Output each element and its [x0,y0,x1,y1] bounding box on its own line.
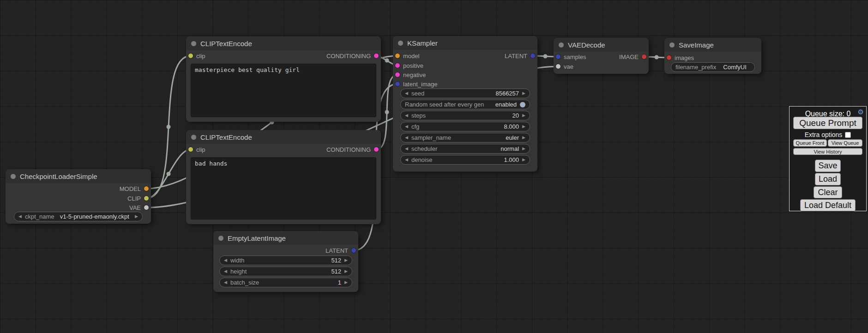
node-title-bar[interactable]: VAEDecode [554,38,649,52]
view-history-button[interactable]: View History [793,148,862,155]
clear-button[interactable]: Clear [814,186,842,198]
collapse-dot-icon[interactable] [218,236,223,241]
images-input-port[interactable] [667,55,671,60]
widget-label: height [230,268,247,275]
conditioning-output-port[interactable] [374,54,379,58]
node-empty-latent-image[interactable]: EmptyLatentImage LATENT ◀ width 512 ▶ ◀ … [213,231,358,292]
widget-value: 512 [331,268,341,275]
negative-input-port[interactable] [395,72,400,77]
collapse-dot-icon[interactable] [559,42,564,48]
widget-value: 8.000 [504,123,519,130]
random-seed-toggle-widget[interactable]: Random seed after every gen enabled [400,100,530,109]
port-label: MODEL [120,185,141,192]
view-queue-button[interactable]: View Queue [828,139,862,147]
batch-size-widget[interactable]: ◀ batch_size 1 ▶ [219,278,352,287]
width-widget[interactable]: ◀ width 512 ▶ [219,256,352,265]
next-arrow-icon[interactable]: ▶ [522,113,525,118]
save-button[interactable]: Save [815,160,841,172]
next-arrow-icon[interactable]: ▶ [522,136,525,140]
scheduler-widget[interactable]: ◀ scheduler normal ▶ [400,144,530,154]
collapse-dot-icon[interactable] [191,41,196,46]
node-title-bar[interactable]: EmptyLatentImage [213,231,358,245]
widget-value: v1-5-pruned-emaonly.ckpt [60,213,129,220]
collapse-dot-icon[interactable] [191,135,196,140]
load-default-button[interactable]: Load Default [800,199,856,211]
widget-value: 20 [512,112,519,119]
load-button[interactable]: Load [815,173,841,185]
ckpt-name-widget[interactable]: ◀ ckpt_name v1-5-pruned-emaonly.ckpt ▶ [14,212,143,221]
widget-value: euler [506,134,519,141]
settings-icon[interactable]: ⚙ [858,108,864,116]
latent-image-input-port[interactable] [395,82,400,86]
next-arrow-icon[interactable]: ▶ [522,91,525,95]
collapse-dot-icon[interactable] [11,174,16,179]
prev-arrow-icon[interactable]: ◀ [405,136,408,140]
sampler-name-widget[interactable]: ◀ sampler_name euler ▶ [400,133,530,143]
comfyui-canvas[interactable]: { "canvas": { "background": "#232323", "… [0,0,868,333]
conditioning-output-port[interactable] [374,147,379,152]
prev-arrow-icon[interactable]: ◀ [224,258,227,262]
input-row-negative: negative [395,70,426,79]
queue-front-button[interactable]: Queue Front [793,139,827,147]
negative-prompt-textarea[interactable]: bad hands [191,157,376,220]
samples-input-port[interactable] [556,54,561,59]
next-arrow-icon[interactable]: ▶ [344,258,348,262]
clip-output-port[interactable] [144,196,149,201]
prev-arrow-icon[interactable]: ◀ [405,91,408,95]
filename-prefix-widget[interactable]: filename_prefix ComfyUI [671,62,755,72]
next-arrow-icon[interactable]: ▶ [135,214,138,219]
widget-value: 8566257 [495,90,519,97]
seed-widget[interactable]: ◀ seed 8566257 ▶ [400,89,530,98]
prev-arrow-icon[interactable]: ◀ [405,113,408,118]
model-input-port[interactable] [395,54,400,58]
node-vae-decode[interactable]: VAEDecode samples vae IMAGE [554,38,649,74]
toggle-on-dot[interactable] [520,102,525,107]
next-arrow-icon[interactable]: ▶ [344,280,348,285]
next-arrow-icon[interactable]: ▶ [522,158,525,162]
latent-output-port[interactable] [530,54,535,58]
node-ksampler[interactable]: KSampler model positive negative latent_… [393,36,537,172]
prev-arrow-icon[interactable]: ◀ [18,214,22,219]
next-arrow-icon[interactable]: ▶ [522,125,525,129]
output-row-latent: LATENT [505,51,535,60]
cfg-widget[interactable]: ◀ cfg 8.000 ▶ [400,122,530,131]
port-label: clip [196,146,205,153]
node-clip-text-encode-positive[interactable]: CLIPTextEncode clip CONDITIONING masterp… [186,36,381,122]
model-output-port[interactable] [144,186,149,191]
collapse-dot-icon[interactable] [669,42,675,48]
image-output-port[interactable] [642,54,646,59]
prev-arrow-icon[interactable]: ◀ [405,125,408,129]
prev-arrow-icon[interactable]: ◀ [224,280,227,285]
height-widget[interactable]: ◀ height 512 ▶ [219,267,352,276]
node-title-bar[interactable]: SaveImage [664,38,761,52]
node-title-bar[interactable]: KSampler [393,36,537,50]
prev-arrow-icon[interactable]: ◀ [405,158,408,162]
next-arrow-icon[interactable]: ▶ [344,269,348,274]
clip-input-port[interactable] [188,147,193,152]
extra-options-row: Extra options [790,131,866,138]
node-title-bar[interactable]: CLIPTextEncode [186,36,381,50]
steps-widget[interactable]: ◀ steps 20 ▶ [400,111,530,120]
port-label: samples [564,54,586,60]
collapse-dot-icon[interactable] [398,41,403,46]
clip-input-port[interactable] [188,54,193,58]
comfy-menu-panel: Queue size: 0 ⚙ Queue Prompt Extra optio… [789,106,867,211]
extra-options-checkbox[interactable] [845,132,851,138]
node-title-bar[interactable]: CLIPTextEncode [186,130,381,144]
positive-prompt-textarea[interactable]: masterpiece best quality girl [191,64,376,117]
denoise-widget[interactable]: ◀ denoise 1.000 ▶ [400,155,530,165]
vae-output-port[interactable] [144,205,149,210]
latent-output-port[interactable] [351,248,356,253]
queue-prompt-button[interactable]: Queue Prompt [793,117,862,129]
output-row-image: IMAGE [619,52,646,61]
node-save-image[interactable]: SaveImage images filename_prefix ComfyUI [664,38,761,74]
vae-input-port[interactable] [556,64,561,69]
prev-arrow-icon[interactable]: ◀ [224,269,227,274]
node-clip-text-encode-negative[interactable]: CLIPTextEncode clip CONDITIONING bad han… [186,130,381,224]
port-label: LATENT [505,53,527,59]
node-checkpoint-loader[interactable]: CheckpointLoaderSimple MODEL CLIP VAE ◀ … [6,169,151,224]
next-arrow-icon[interactable]: ▶ [522,147,525,151]
node-title-bar[interactable]: CheckpointLoaderSimple [6,169,151,183]
positive-input-port[interactable] [395,63,400,68]
prev-arrow-icon[interactable]: ◀ [405,147,408,151]
